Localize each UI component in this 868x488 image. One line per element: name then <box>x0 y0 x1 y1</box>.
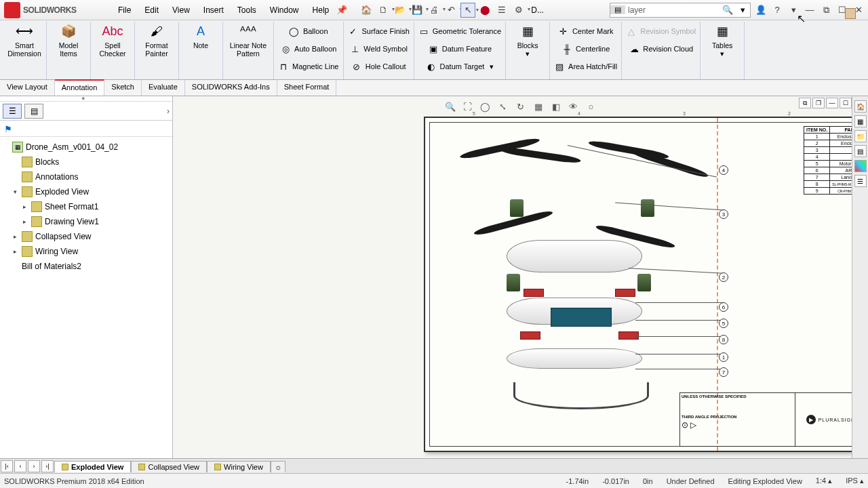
balloon-7[interactable]: 7 <box>719 367 728 377</box>
smart-dimension-button[interactable]: ⟷Smart Dimension <box>5 22 43 58</box>
undo-icon[interactable]: ↶ <box>443 3 458 18</box>
spell-checker-button[interactable]: AbcSpell Checker <box>94 22 132 58</box>
tab-sketch[interactable]: Sketch <box>104 80 142 96</box>
balloon-4[interactable]: 4 <box>719 165 728 175</box>
balloon-1[interactable]: 1 <box>719 352 728 362</box>
balloon-6[interactable]: 6 <box>719 302 728 312</box>
auto-balloon-button[interactable]: ◎Auto Balloon <box>277 41 339 57</box>
tree-root[interactable]: ▦Drone_Asm_v001_04_02 <box>1 140 171 155</box>
centerline-button[interactable]: ╫Centerline <box>559 41 612 57</box>
taskpane-view-icon[interactable]: ▤ <box>854 145 867 157</box>
taskpane-resources-icon[interactable]: ▦ <box>854 115 867 127</box>
options-list-icon[interactable]: ☰ <box>494 3 509 18</box>
search-dropdown-icon[interactable]: ▾ <box>735 5 750 15</box>
tables-button[interactable]: ▦Tables▾ <box>703 22 741 58</box>
tree-bom[interactable]: Bill of Materials2 <box>1 259 171 274</box>
doc-min-icon[interactable]: — <box>826 98 838 108</box>
title-block[interactable]: UNLESS OTHERWISE SPECIFIED THIRD ANGLE P… <box>679 392 868 447</box>
datum-feature-button[interactable]: ▣Datum Feature <box>425 41 494 57</box>
geo-tolerance-button[interactable]: ▭Geometric Tolerance <box>416 23 504 39</box>
tree-tab-feature[interactable]: ☰ <box>3 104 22 119</box>
select-icon[interactable]: ↖ <box>460 3 475 18</box>
tab-addins[interactable]: SOLIDWORKS Add-Ins <box>185 80 277 96</box>
pin-icon[interactable]: 📌 <box>334 3 349 18</box>
tree-wiring-view[interactable]: ▸Wiring View <box>1 244 171 259</box>
balloon-3[interactable]: 3 <box>719 209 728 219</box>
settings-icon[interactable]: ⚙ <box>511 3 526 18</box>
balloon-5[interactable]: 5 <box>719 319 728 328</box>
print-icon[interactable]: 🖨 <box>427 3 441 18</box>
status-units-dropdown[interactable]: IPS ▴ <box>846 476 864 485</box>
magnetic-line-button[interactable]: ⊓Magnetic Line <box>275 58 342 75</box>
doc-max-icon[interactable]: ❐ <box>812 98 825 108</box>
menu-file[interactable]: File <box>113 3 136 18</box>
linear-note-pattern-button[interactable]: ᴬᴬᴬLinear Note Pattern <box>226 22 271 58</box>
minimize-icon[interactable]: — <box>802 3 817 18</box>
help-icon[interactable]: ? <box>770 3 785 18</box>
nav-last-icon[interactable]: ›| <box>41 460 54 472</box>
menu-help[interactable]: Help <box>307 3 335 18</box>
new-icon[interactable]: 🗋 <box>376 3 391 18</box>
save-icon[interactable]: 💾 <box>410 3 425 18</box>
tree-drawing-view[interactable]: ▸Drawing View1 <box>1 214 171 229</box>
filter-icon[interactable]: ⚑ <box>4 124 12 134</box>
tree-tab-display[interactable]: ▤ <box>24 104 43 119</box>
open-icon[interactable]: 📂 <box>393 3 408 18</box>
tab-evaluate[interactable]: Evaluate <box>142 80 185 96</box>
tab-sheet-format[interactable]: Sheet Format <box>277 80 337 96</box>
surface-finish-button[interactable]: ✓Surface Finish <box>345 23 412 39</box>
exploded-drone-view[interactable] <box>459 131 703 430</box>
doc-restore-icon[interactable]: ☐ <box>840 98 852 108</box>
balloon-2[interactable]: 2 <box>719 272 728 282</box>
menu-window[interactable]: Window <box>264 3 304 18</box>
tab-view-layout[interactable]: View Layout <box>0 80 55 96</box>
center-mark-button[interactable]: ✛Center Mark <box>555 23 616 39</box>
datum-target-button[interactable]: ◐Datum Target ▾ <box>423 58 497 75</box>
taskpane-props-icon[interactable]: ☰ <box>854 175 867 187</box>
balloon-button[interactable]: ◯Balloon <box>286 23 331 39</box>
menu-view[interactable]: View <box>167 3 195 18</box>
format-painter-button[interactable]: 🖌Format Painter <box>138 22 176 58</box>
hole-callout-button[interactable]: ⊘Hole Callout <box>349 58 409 75</box>
tab-annotation[interactable]: Annotation <box>55 79 105 96</box>
search-input[interactable] <box>625 5 720 15</box>
nav-prev-icon[interactable]: ‹ <box>14 460 26 472</box>
doc-float-icon[interactable]: ⧉ <box>799 98 811 108</box>
sheet-tab-wiring[interactable]: Wiring View <box>207 461 271 472</box>
add-sheet-button[interactable]: ☼ <box>271 461 285 472</box>
taskpane-home-icon[interactable]: 🏠 <box>854 100 867 113</box>
menu-insert[interactable]: Insert <box>198 3 229 18</box>
tree-expand-icon[interactable]: › <box>167 106 170 116</box>
sheet-tab-exploded[interactable]: Exploded View <box>54 461 131 472</box>
weld-symbol-button[interactable]: ⊥Weld Symbol <box>347 41 410 57</box>
help-drop-icon[interactable]: ▾ <box>786 3 801 18</box>
home-icon[interactable]: 🏠 <box>359 3 374 18</box>
menu-edit[interactable]: Edit <box>139 3 164 18</box>
nav-next-icon[interactable]: › <box>28 460 40 472</box>
revision-cloud-button[interactable]: ☁Revision Cloud <box>626 41 696 57</box>
search-scope-icon[interactable]: ▤ <box>610 5 625 14</box>
sw-mark-icon <box>4 2 20 18</box>
search-icon[interactable]: 🔍 <box>720 5 735 15</box>
model-items-button[interactable]: 📦Model Items <box>50 22 87 58</box>
tree-sheet-format[interactable]: ▸Sheet Format1 <box>1 199 171 214</box>
nav-first-icon[interactable]: |‹ <box>1 460 13 472</box>
taskpane-appearance-icon[interactable] <box>854 160 867 172</box>
menu-tools[interactable]: Tools <box>232 3 262 18</box>
status-scale-dropdown[interactable]: 1:4 ▴ <box>816 476 832 485</box>
layout-icon[interactable]: ⧉ <box>818 3 833 18</box>
note-button[interactable]: ANote <box>182 22 220 50</box>
drawing-sheet[interactable]: 5 4 3 2 1 <box>424 117 868 452</box>
user-icon[interactable]: 👤 <box>753 3 768 18</box>
taskpane-library-icon[interactable]: 📁 <box>854 130 867 142</box>
area-hatch-button[interactable]: ▨Area Hatch/Fill <box>551 58 620 75</box>
tree-collapsed-view[interactable]: ▸Collapsed View <box>1 229 171 244</box>
sheet-tab-collapsed[interactable]: Collapsed View <box>131 461 207 472</box>
drawing-canvas[interactable]: 🔍 ⛶ ◯ ⤡ ↻ ▦ ◧ 👁 ○ ⧉ ❐ — ☐ ✕ 5 4 3 2 1 <box>173 96 868 458</box>
rebuild-icon[interactable]: ⬤ <box>477 3 492 18</box>
blocks-button[interactable]: ▦Blocks▾ <box>509 22 547 58</box>
tree-exploded-view[interactable]: ▾Exploded View <box>1 184 171 199</box>
balloon-8[interactable]: 8 <box>719 335 728 344</box>
tree-annotations[interactable]: Annotations <box>1 169 171 184</box>
tree-blocks[interactable]: Blocks <box>1 155 171 169</box>
